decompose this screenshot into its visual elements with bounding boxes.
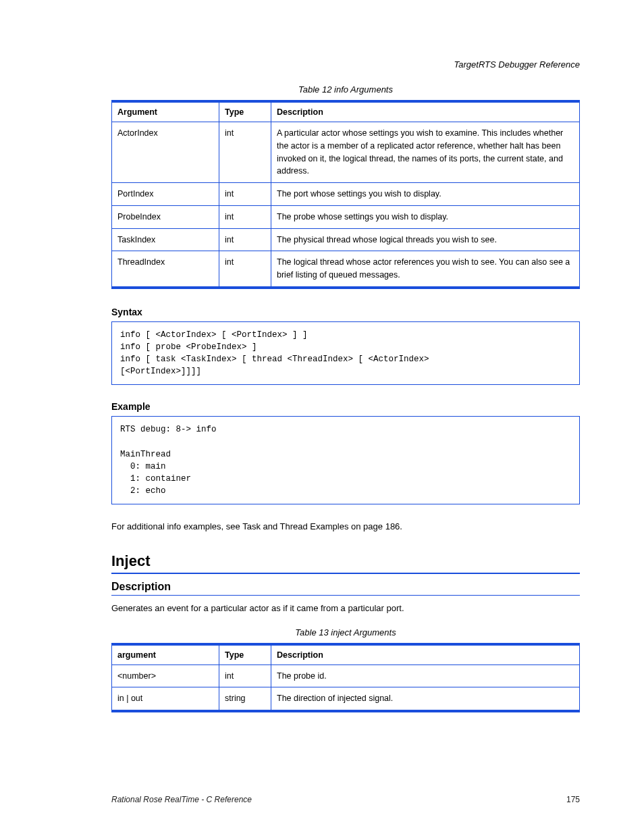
cell: int [219, 664, 271, 687]
table-row: PortIndex int The port whose settings yo… [112, 183, 580, 206]
section-header-label: TargetRTS Debugger Reference [111, 59, 580, 70]
table1-caption: Table 12 info Arguments [111, 84, 580, 95]
footer-left: Rational Rose RealTime - C Reference [111, 795, 252, 804]
example-code: RTS debug: 8-> info MainThread 0: main 1… [111, 416, 580, 504]
cell: The physical thread whose logical thread… [271, 228, 580, 251]
table2-header-type: Type [219, 644, 271, 665]
cell: <number> [112, 664, 219, 687]
table1-header-argument: Argument [112, 101, 219, 122]
footer-page-number: 175 [566, 795, 580, 804]
page-footer: Rational Rose RealTime - C Reference 175 [0, 795, 644, 804]
syntax-heading: Syntax [111, 307, 580, 317]
cell: int [219, 228, 271, 251]
table-row: ProbeIndex int The probe whose settings … [112, 205, 580, 228]
table1-header-type: Type [219, 101, 271, 122]
table-row: ThreadIndex int The logical thread whose… [112, 251, 580, 288]
heading-description: Description [111, 581, 580, 596]
table1-header-description: Description [271, 101, 580, 122]
table-row: <number> int The probe id. [112, 664, 580, 687]
example-heading: Example [111, 401, 580, 412]
inject-description: Generates an event for a particular acto… [111, 602, 580, 615]
cell: ActorIndex [112, 122, 219, 183]
table-row: ActorIndex int A particular actor whose … [112, 122, 580, 183]
table1: Argument Type Description ActorIndex int… [111, 100, 580, 289]
cell: TaskIndex [112, 228, 219, 251]
cell: int [219, 205, 271, 228]
cell: ProbeIndex [112, 205, 219, 228]
table2-caption: Table 13 inject Arguments [111, 627, 580, 637]
cell: The port whose settings you wish to disp… [271, 183, 580, 206]
cell: int [219, 122, 271, 183]
cell: The logical thread whose actor reference… [271, 251, 580, 288]
cell: ThreadIndex [112, 251, 219, 288]
table-row: TaskIndex int The physical thread whose … [112, 228, 580, 251]
table-row: in | out string The direction of injecte… [112, 687, 580, 711]
heading-inject: Inject [111, 552, 580, 574]
table2-header-argument: argument [112, 644, 219, 665]
example-note: For additional info examples, see Task a… [111, 521, 580, 533]
cell: The probe whose settings you wish to dis… [271, 205, 580, 228]
table2-header-description: Description [271, 644, 580, 665]
cell: int [219, 251, 271, 288]
cell: string [219, 687, 271, 711]
cell: A particular actor whose settings you wi… [271, 122, 580, 183]
syntax-code: info [ <ActorIndex> [ <PortIndex> ] ] in… [111, 321, 580, 386]
cell: int [219, 183, 271, 206]
cell: The direction of injected signal. [271, 687, 580, 711]
table2: argument Type Description <number> int T… [111, 643, 580, 713]
cell: PortIndex [112, 183, 219, 206]
cell: in | out [112, 687, 219, 711]
cell: The probe id. [271, 664, 580, 687]
